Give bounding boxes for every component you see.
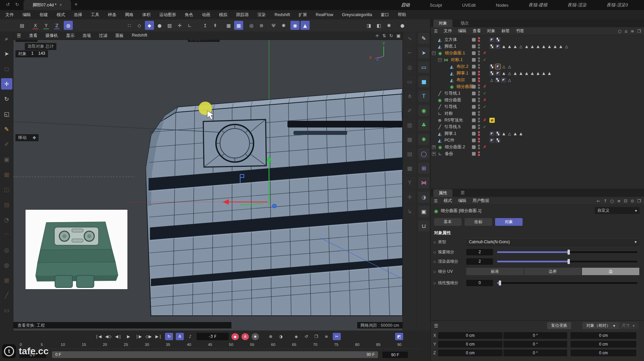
strip-camera-icon[interactable]: ▣ (418, 206, 429, 217)
menu-文件[interactable]: 文件 (5, 12, 14, 18)
timeline-ruler[interactable]: 051015202530354045505560657075808590 (0, 342, 430, 350)
layer-square[interactable] (472, 118, 476, 122)
vp-zoom-icon[interactable]: ⇅ (382, 33, 386, 38)
vpmenu-选项[interactable]: 选项 (83, 33, 91, 39)
polygon-selection-tag-icon[interactable]: ▲ (519, 71, 523, 75)
tree-row[interactable]: ∟对称 (431, 110, 644, 117)
material-sphere-icon[interactable]: ● (398, 21, 407, 30)
vp-rotate-icon[interactable]: ↻ (389, 33, 393, 38)
phong-tag-icon[interactable]: ◤ (489, 138, 494, 143)
tree-row[interactable]: +◉细分曲面.2✗ (431, 144, 644, 150)
visibility-dots[interactable] (478, 44, 480, 49)
attr-popout-icon[interactable]: ❐ (637, 199, 641, 203)
om-menu-文件[interactable]: 文件 (444, 28, 452, 34)
texture-tag-icon[interactable]: ▚ (495, 37, 500, 42)
om-menu-书签[interactable]: 书签 (516, 28, 524, 34)
layer-square[interactable] (472, 51, 476, 55)
phong-tag-icon[interactable]: ◤ (495, 64, 500, 69)
menu-扩展[interactable]: 扩展 (299, 12, 307, 18)
vpmenu-查看[interactable]: 查看 (29, 33, 38, 39)
om-menu-编辑[interactable]: 编辑 (458, 28, 467, 34)
polygon-selection-tag-icon[interactable]: △ (519, 44, 523, 49)
menu-模式[interactable]: 模式 (57, 12, 65, 18)
coord-system-icon[interactable]: ◍ (64, 21, 73, 30)
visibility-dots[interactable] (478, 71, 480, 75)
polygons-mode-icon[interactable]: ◆ (145, 21, 154, 30)
phong-tag-icon[interactable]: ◤ (495, 71, 500, 76)
strip-axis-cube-icon[interactable]: ⊞ (418, 163, 429, 174)
layer-square[interactable] (472, 98, 476, 102)
polygon-selection-tag-icon[interactable]: ▲ (558, 44, 563, 49)
vpmenu-摄像机[interactable]: 摄像机 (46, 33, 58, 39)
strip-grid-icon[interactable]: ▦ (404, 134, 415, 145)
live-selection-icon[interactable]: ➤ (1, 48, 12, 59)
keying-settings-icon[interactable]: ✱ (252, 333, 259, 340)
polygon-selection-tag-icon[interactable]: △ (507, 64, 512, 69)
layer-square[interactable] (472, 85, 476, 89)
polygon-selection-tag-icon[interactable]: ▲ (513, 44, 518, 49)
menu-编辑[interactable]: 编辑 (22, 12, 31, 18)
axis-x-button[interactable]: X (31, 21, 40, 30)
strip-cube-icon[interactable]: ■ (418, 76, 429, 87)
strip-bend-icon[interactable]: ◯ (418, 148, 429, 159)
menu-帮助[interactable]: 帮助 (398, 12, 406, 18)
attr-lock-icon[interactable]: ⊡ (624, 199, 627, 203)
visibility-dots[interactable] (478, 111, 480, 116)
visibility-dots[interactable] (478, 131, 480, 136)
polygon-selection-tag-icon[interactable]: ▲ (501, 71, 506, 75)
scale-tool-icon[interactable]: ◱ (1, 108, 12, 120)
visibility-dots[interactable] (478, 145, 480, 149)
rotation-field[interactable]: 0 ° (503, 350, 567, 356)
visibility-dots[interactable] (478, 37, 480, 42)
goto-end-icon[interactable]: ▶❘ (155, 333, 162, 340)
strip-fork-icon[interactable]: ⋔ (404, 91, 415, 102)
highlight-mode-icon[interactable]: ▲ (301, 21, 310, 30)
layer-square[interactable] (472, 71, 476, 75)
texture-tag-icon[interactable]: ▚ (489, 64, 494, 69)
editor-subdivision-field[interactable]: 2 (466, 249, 493, 255)
key-pla-icon[interactable]: ↺ (303, 333, 310, 340)
layout-tab[interactable]: Nodes (486, 0, 519, 10)
polygon-selection-tag-icon[interactable]: ▲ (507, 44, 512, 49)
enable-state-icon[interactable]: ✓ (482, 104, 487, 109)
strip-pen-icon[interactable]: ✐ (404, 105, 415, 116)
strip-dots-icon[interactable]: ▩ (404, 163, 415, 174)
attr-menu-icon[interactable]: ☰ (434, 199, 438, 203)
layer-square[interactable] (472, 105, 476, 109)
polygon-selection-tag-icon[interactable]: △ (489, 78, 494, 82)
polygon-selection-tag-icon[interactable]: △ (564, 44, 569, 49)
expander-icon[interactable]: + (432, 152, 436, 156)
editor-subdivision-slider[interactable] (497, 251, 637, 253)
uv-option-边[interactable]: 边 (582, 268, 639, 275)
layout-tab[interactable]: 夜猫-渲染 (557, 0, 596, 10)
key-rotation-icon[interactable]: ◑ (277, 333, 284, 340)
layout-tab[interactable]: 启动 (391, 0, 420, 11)
polygon-selection-tag-icon[interactable]: ▲ (501, 132, 506, 136)
layer-square[interactable] (472, 152, 476, 156)
strip-volume-icon[interactable]: ◑ (418, 192, 429, 203)
polygon-selection-tag-icon[interactable]: ▲ (541, 71, 546, 75)
enable-state-icon[interactable]: ✓ (482, 124, 487, 129)
visibility-dots[interactable] (478, 64, 480, 69)
attr-tabbtn-对象[interactable]: 对象 (495, 218, 523, 226)
menu-角色[interactable]: 角色 (185, 12, 193, 18)
rect-selection-icon[interactable]: ◻ (1, 63, 12, 74)
attr-tab-属性[interactable]: 属性 (433, 189, 452, 197)
strip-subdiv-icon[interactable]: ◉ (418, 105, 429, 116)
goto-start-icon[interactable]: ❘◀ (95, 333, 102, 340)
vpmenu-过滤[interactable]: 过滤 (99, 33, 107, 39)
snap-icon[interactable]: ↥ (201, 21, 210, 30)
symmetry-toolbar-icon[interactable]: Ψ (269, 21, 278, 30)
vpmenu-显示[interactable]: 显示 (66, 33, 74, 39)
polygon-selection-tag-icon[interactable]: △ (507, 78, 512, 82)
grid-icon[interactable]: ▦ (224, 21, 233, 30)
reset-transform-button[interactable]: 复位变换 (547, 322, 571, 329)
polygon-selection-tag-icon[interactable]: ▲ (541, 44, 546, 49)
layout-tab[interactable]: UVEdit (452, 0, 486, 10)
rotation-field[interactable]: 0 ° (503, 341, 567, 348)
strip-spline-icon[interactable]: ∿ (404, 33, 415, 44)
layers-icon[interactable]: ≡ (323, 333, 330, 340)
expander-icon[interactable]: + (432, 145, 436, 149)
frame-tool-icon[interactable]: ▣ (1, 154, 12, 165)
autokey-record-icon[interactable]: A (241, 333, 249, 340)
